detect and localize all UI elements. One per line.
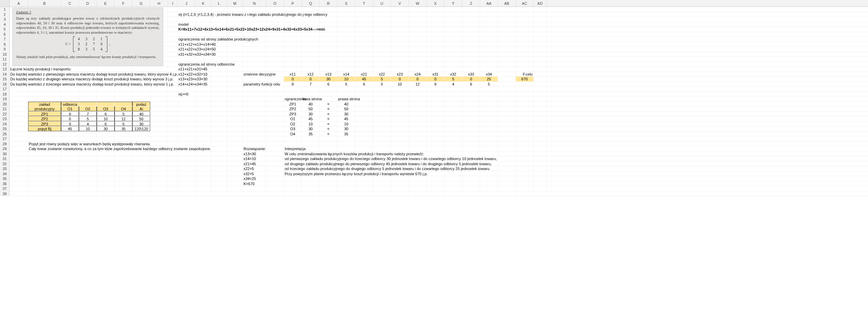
cell-H22[interactable] — [150, 112, 168, 116]
cell-L14[interactable] — [211, 72, 227, 77]
cell-Z36[interactable] — [462, 181, 480, 186]
cell-Y2[interactable] — [444, 12, 462, 17]
cell-U1[interactable] — [373, 7, 391, 12]
cell-G18[interactable] — [132, 92, 150, 97]
cell-J24[interactable] — [178, 122, 195, 126]
cell-N32[interactable]: x21=45 — [243, 161, 266, 166]
cell-A29[interactable] — [10, 146, 28, 151]
cell-AA17[interactable] — [480, 87, 498, 91]
cell-L28[interactable] — [211, 142, 227, 146]
cell-Q15[interactable]: 0 — [302, 77, 320, 81]
cell-X11[interactable] — [427, 57, 444, 61]
row-header-9[interactable]: 9 — [0, 47, 10, 52]
cell-V27[interactable] — [391, 136, 409, 141]
cell-H20[interactable] — [150, 102, 168, 106]
col-header-Y[interactable]: Y — [444, 0, 462, 7]
cell-O30[interactable] — [266, 151, 284, 156]
cell-X4[interactable] — [427, 22, 444, 27]
cell-F33[interactable] — [115, 166, 132, 171]
cell-B28[interactable]: Popyt jest równy podaży więc w warunkach… — [28, 142, 61, 146]
col-header-P[interactable]: P — [284, 0, 302, 7]
cell-M13[interactable] — [227, 67, 243, 71]
cell-M28[interactable] — [227, 142, 243, 146]
cell-H35[interactable] — [150, 176, 168, 181]
cell-Q16[interactable]: 7 — [302, 82, 320, 87]
cell-Q23[interactable]: 45 — [302, 116, 320, 121]
cell-P36[interactable] — [284, 181, 302, 186]
cell-C20[interactable]: odbiorca — [61, 102, 79, 106]
cell-V18[interactable] — [391, 92, 409, 97]
cell-AC8[interactable] — [516, 42, 534, 47]
cell-Q24[interactable]: 10 — [302, 122, 320, 126]
cell-R16[interactable]: 6 — [320, 82, 337, 87]
cell-D18[interactable] — [79, 92, 97, 97]
cell-V16[interactable]: 10 — [391, 82, 409, 87]
col-header-Q[interactable]: Q — [302, 0, 320, 7]
cell-AA19[interactable] — [480, 97, 498, 101]
col-header-V[interactable]: V — [391, 0, 409, 7]
cell-H34[interactable] — [150, 171, 168, 176]
cell-AB7[interactable] — [498, 37, 516, 42]
cell-I34[interactable] — [168, 171, 178, 176]
cell-B23[interactable]: ZP2 — [28, 116, 61, 121]
cell-Z34[interactable] — [462, 171, 480, 176]
cell-AC37[interactable] — [516, 186, 534, 191]
cell-M31[interactable] — [227, 156, 243, 161]
cell-U11[interactable] — [373, 57, 391, 61]
cell-C34[interactable] — [61, 171, 79, 176]
col-header-K[interactable]: K — [195, 0, 211, 7]
cell-M36[interactable] — [227, 181, 243, 186]
cell-I25[interactable] — [168, 126, 178, 131]
col-header-H[interactable]: H — [150, 0, 168, 7]
cell-G37[interactable] — [132, 186, 150, 191]
cell-AB30[interactable] — [498, 151, 516, 156]
cell-N12[interactable] — [243, 62, 266, 67]
cell-Z24[interactable] — [462, 122, 480, 126]
cell-U14[interactable]: x22 — [373, 72, 391, 77]
cell-N17[interactable] — [243, 87, 266, 91]
cell-L21[interactable] — [211, 106, 227, 111]
cell-O15[interactable] — [266, 77, 284, 81]
cell-V29[interactable] — [391, 146, 409, 151]
cell-L25[interactable] — [211, 126, 227, 131]
cell-Y28[interactable] — [444, 142, 462, 146]
cell-AA35[interactable] — [480, 176, 498, 181]
col-header-O[interactable]: O — [266, 0, 284, 7]
cell-T22[interactable] — [355, 112, 373, 116]
cell-S7[interactable] — [337, 37, 355, 42]
cell-V28[interactable] — [391, 142, 409, 146]
cell-F24[interactable]: 5 — [115, 122, 132, 126]
cell-AD5[interactable] — [534, 27, 547, 32]
cell-AC9[interactable] — [516, 47, 534, 52]
cell-AB2[interactable] — [498, 12, 516, 17]
cell-U15[interactable]: 5 — [373, 77, 391, 81]
cell-Z2[interactable] — [462, 12, 480, 17]
cell-AC18[interactable] — [516, 92, 534, 97]
cell-P15[interactable]: 0 — [284, 77, 302, 81]
cell-P6[interactable] — [284, 32, 302, 37]
cell-O4[interactable] — [266, 22, 284, 27]
cell-A35[interactable] — [10, 176, 28, 181]
cell-J15[interactable]: x13+x23+x33=30 — [178, 77, 195, 81]
cell-AD28[interactable] — [534, 142, 547, 146]
cell-Q11[interactable] — [302, 57, 320, 61]
cell-D34[interactable] — [79, 171, 97, 176]
cell-L29[interactable] — [211, 146, 227, 151]
cell-AA13[interactable] — [480, 67, 498, 71]
cell-K23[interactable] — [195, 116, 211, 121]
cell-Q19[interactable]: lewa strona — [302, 97, 320, 101]
row-header-36[interactable]: 36 — [0, 181, 10, 186]
row-header-30[interactable]: 30 — [0, 151, 10, 156]
cell-O6[interactable] — [266, 32, 284, 37]
cell-H19[interactable] — [150, 97, 168, 101]
cell-AB18[interactable] — [498, 92, 516, 97]
cell-N18[interactable] — [243, 92, 266, 97]
cell-Z30[interactable] — [462, 151, 480, 156]
row-header-20[interactable]: 20 — [0, 102, 10, 106]
cell-AC10[interactable] — [516, 52, 534, 57]
cell-F35[interactable] — [115, 176, 132, 181]
cell-AC34[interactable] — [516, 171, 534, 176]
cell-B32[interactable] — [28, 161, 61, 166]
cell-E36[interactable] — [97, 181, 115, 186]
cell-Y16[interactable]: 4 — [444, 82, 462, 87]
